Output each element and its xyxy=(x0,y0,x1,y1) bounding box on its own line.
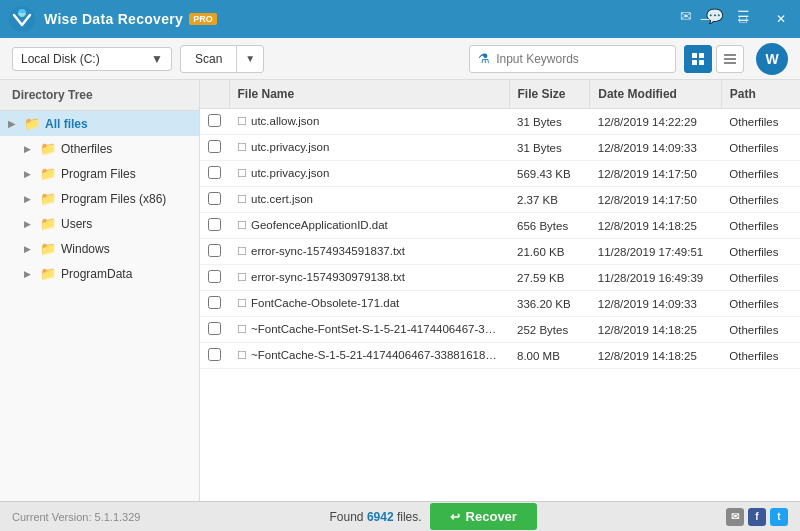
row-filename: ☐FontCache-Obsolete-171.dat xyxy=(229,291,509,317)
header-path[interactable]: Path xyxy=(721,80,800,109)
table-row[interactable]: ☐utc.privacy.json 569.43 KB 12/8/2019 14… xyxy=(200,161,800,187)
folder-icon: 📁 xyxy=(40,241,56,256)
search-input[interactable] xyxy=(496,52,667,66)
file-checkbox[interactable] xyxy=(208,218,221,231)
table-row[interactable]: ☐~FontCache-S-1-5-21-4174406467-33881618… xyxy=(200,343,800,369)
table-row[interactable]: ☐utc.privacy.json 31 Bytes 12/8/2019 14:… xyxy=(200,135,800,161)
file-icon: ☐ xyxy=(237,219,247,231)
tree-expand-arrow: ▶ xyxy=(24,269,36,279)
row-path: Otherfiles xyxy=(721,265,800,291)
file-table: File Name File Size Date Modified Path ☐… xyxy=(200,80,800,369)
row-datemodified: 12/8/2019 14:22:29 xyxy=(590,109,722,135)
recover-label: Recover xyxy=(466,509,517,524)
svg-rect-7 xyxy=(724,58,736,60)
sidebar-item-users[interactable]: ▶ 📁 Users xyxy=(16,211,199,236)
row-filesize: 31 Bytes xyxy=(509,109,590,135)
header-filesize[interactable]: File Size xyxy=(509,80,590,109)
version-label: Current Version: 5.1.1.329 xyxy=(12,511,140,523)
email-social-icon[interactable]: ✉ xyxy=(726,508,744,526)
maximize-button[interactable]: □ xyxy=(724,0,762,38)
app-title: Wise Data Recovery xyxy=(44,11,183,27)
row-filename: ☐utc.cert.json xyxy=(229,187,509,213)
file-icon: ☐ xyxy=(237,115,247,127)
file-checkbox[interactable] xyxy=(208,192,221,205)
sidebar-item-label: Otherfiles xyxy=(61,142,112,156)
drive-selector[interactable]: Local Disk (C:) ▼ xyxy=(12,47,172,71)
found-status: Found 6942 files. xyxy=(330,510,422,524)
sidebar-item-windows[interactable]: ▶ 📁 Windows xyxy=(16,236,199,261)
svg-rect-2 xyxy=(692,53,697,58)
svg-rect-5 xyxy=(699,60,704,65)
table-row[interactable]: ☐FontCache-Obsolete-171.dat 336.20 KB 12… xyxy=(200,291,800,317)
file-icon: ☐ xyxy=(237,193,247,205)
toolbar: Local Disk (C:) ▼ Scan ▼ ⚗ W xyxy=(0,38,800,80)
file-icon: ☐ xyxy=(237,297,247,309)
recover-icon: ↩ xyxy=(450,510,460,524)
row-checkbox-cell xyxy=(200,213,229,239)
row-filename: ☐~FontCache-S-1-5-21-4174406467-33881618… xyxy=(229,343,509,369)
file-checkbox[interactable] xyxy=(208,348,221,361)
row-datemodified: 12/8/2019 14:09:33 xyxy=(590,135,722,161)
sidebar-item-allfiles[interactable]: ▶ 📁 All files xyxy=(0,111,199,136)
folder-icon: 📁 xyxy=(40,141,56,156)
table-row[interactable]: ☐error-sync-1574930979138.txt 27.59 KB 1… xyxy=(200,265,800,291)
folder-icon: 📁 xyxy=(40,166,56,181)
tree-expand-arrow: ▶ xyxy=(24,144,36,154)
folder-icon: 📁 xyxy=(40,216,56,231)
file-checkbox[interactable] xyxy=(208,114,221,127)
row-filesize: 336.20 KB xyxy=(509,291,590,317)
header-filename[interactable]: File Name xyxy=(229,80,509,109)
row-datemodified: 12/8/2019 14:18:25 xyxy=(590,317,722,343)
row-path: Otherfiles xyxy=(721,187,800,213)
close-button[interactable]: ✕ xyxy=(762,0,800,38)
row-checkbox-cell xyxy=(200,239,229,265)
table-row[interactable]: ☐GeofenceApplicationID.dat 656 Bytes 12/… xyxy=(200,213,800,239)
file-checkbox[interactable] xyxy=(208,296,221,309)
sidebar-item-otherfiles[interactable]: ▶ 📁 Otherfiles xyxy=(16,136,199,161)
tree-expand-arrow: ▶ xyxy=(8,119,20,129)
folder-icon: 📁 xyxy=(40,266,56,281)
user-avatar[interactable]: W xyxy=(756,43,788,75)
row-filename: ☐utc.privacy.json xyxy=(229,135,509,161)
row-filename: ☐GeofenceApplicationID.dat xyxy=(229,213,509,239)
header-datemodified[interactable]: Date Modified xyxy=(590,80,722,109)
row-checkbox-cell xyxy=(200,109,229,135)
file-checkbox[interactable] xyxy=(208,270,221,283)
file-checkbox[interactable] xyxy=(208,140,221,153)
facebook-social-icon[interactable]: f xyxy=(748,508,766,526)
main-content: Directory Tree ▶ 📁 All files ▶ 📁 Otherfi… xyxy=(0,80,800,501)
scan-button[interactable]: Scan ▼ xyxy=(180,45,264,73)
sidebar-item-label: All files xyxy=(45,117,88,131)
file-checkbox[interactable] xyxy=(208,244,221,257)
sidebar-item-programdata[interactable]: ▶ 📁 ProgramData xyxy=(16,261,199,286)
list-view-button[interactable] xyxy=(716,45,744,73)
row-filename: ☐utc.privacy.json xyxy=(229,161,509,187)
grid-view-button[interactable] xyxy=(684,45,712,73)
minimize-button[interactable]: ─ xyxy=(686,0,724,38)
row-checkbox-cell xyxy=(200,135,229,161)
table-row[interactable]: ☐~FontCache-FontSet-S-1-5-21-4174406467-… xyxy=(200,317,800,343)
file-checkbox[interactable] xyxy=(208,166,221,179)
sidebar-item-label: Program Files (x86) xyxy=(61,192,166,206)
recover-button[interactable]: ↩ Recover xyxy=(430,503,537,530)
row-filesize: 21.60 KB xyxy=(509,239,590,265)
row-filename: ☐error-sync-1574930979138.txt xyxy=(229,265,509,291)
file-checkbox[interactable] xyxy=(208,322,221,335)
twitter-social-icon[interactable]: t xyxy=(770,508,788,526)
scan-dropdown-arrow[interactable]: ▼ xyxy=(237,46,263,72)
sidebar-item-programfilesx86[interactable]: ▶ 📁 Program Files (x86) xyxy=(16,186,199,211)
sidebar-item-programfiles[interactable]: ▶ 📁 Program Files xyxy=(16,161,199,186)
file-icon: ☐ xyxy=(237,245,247,257)
tree-expand-arrow: ▶ xyxy=(24,219,36,229)
file-icon: ☐ xyxy=(237,167,247,179)
row-filesize: 569.43 KB xyxy=(509,161,590,187)
row-filename: ☐error-sync-1574934591837.txt xyxy=(229,239,509,265)
table-row[interactable]: ☐error-sync-1574934591837.txt 21.60 KB 1… xyxy=(200,239,800,265)
row-datemodified: 11/28/2019 16:49:39 xyxy=(590,265,722,291)
table-row[interactable]: ☐utc.cert.json 2.37 KB 12/8/2019 14:17:5… xyxy=(200,187,800,213)
table-row[interactable]: ☐utc.allow.json 31 Bytes 12/8/2019 14:22… xyxy=(200,109,800,135)
svg-rect-4 xyxy=(692,60,697,65)
row-filesize: 252 Bytes xyxy=(509,317,590,343)
status-bar: Current Version: 5.1.1.329 Found 6942 fi… xyxy=(0,501,800,531)
row-path: Otherfiles xyxy=(721,161,800,187)
